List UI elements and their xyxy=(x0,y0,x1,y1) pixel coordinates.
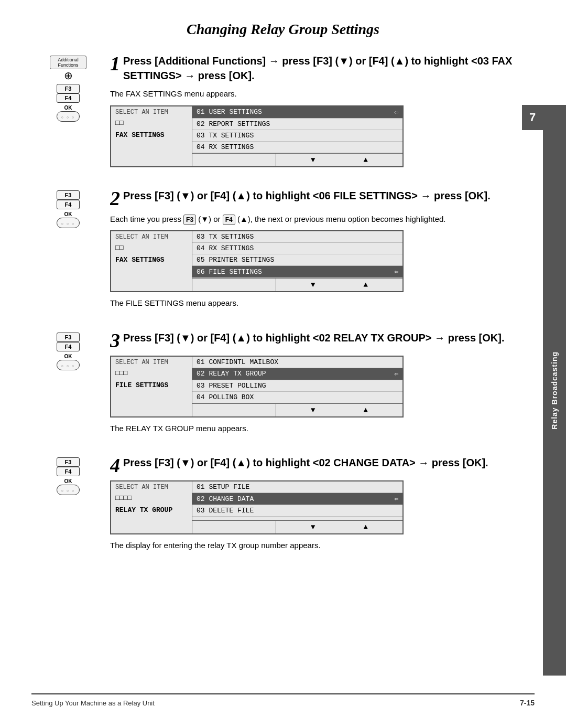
lcd-4-left: SELECT AN ITEM □□□□ RELAY TX GROUP xyxy=(111,481,192,533)
lcd-2-bottom-label: FAX SETTINGS xyxy=(111,254,192,266)
f4-ref-s2: F4 xyxy=(223,215,235,225)
step-number-3: 3 xyxy=(110,330,120,350)
lcd-3-top: SELECT AN ITEM xyxy=(111,357,192,367)
ok-button-s4: ○ ○ ○ xyxy=(57,485,80,495)
lcd-3-icon: □□□ xyxy=(111,367,192,379)
lcd-1-up-arrow: ▲ xyxy=(364,156,368,164)
lcd-4-bottom-label: RELAY TX GROUP xyxy=(111,504,192,516)
lcd-1-icon: □□ xyxy=(111,117,192,129)
step-4-content: 4 Press [F3] (▼) or [F4] (▲) to highligh… xyxy=(105,455,535,557)
bottom-bar: Setting Up Your Machine as a Relay Unit … xyxy=(31,693,535,707)
lcd-4-down-arrow: ▼ xyxy=(311,523,315,531)
f4-button-s2: F4 xyxy=(57,200,80,209)
lcd-1-footer: ▼ ▲ xyxy=(192,153,402,166)
lcd-3-down-arrow: ▼ xyxy=(311,406,315,414)
lcd-2-right: 03 TX SETTINGS 04 RX SETTINGS 05 PRINTER… xyxy=(192,231,402,291)
f4-button-s1: F4 xyxy=(57,93,80,103)
step-1-content: 1 Press [Additional Functions] → press [… xyxy=(105,53,535,173)
ok-dots-s1: ○ ○ ○ xyxy=(61,115,75,119)
lcd-4-footer: ▼ ▲ xyxy=(192,520,402,533)
lcd-3-right: 01 CONFIDNTL MAILBOX 02 RELAY TX GROUP ⇦… xyxy=(192,357,402,416)
step-3-content: 3 Press [F3] (▼) or [F4] (▲) to highligh… xyxy=(105,330,535,440)
lcd-4-top: SELECT AN ITEM xyxy=(111,481,192,492)
lcd-3-left: SELECT AN ITEM □□□ FILE SETTINGS xyxy=(111,357,192,416)
step-2-after: The FILE SETTINGS menu appears. xyxy=(110,297,535,309)
lcd-row-4-1: 02 CHANGE DATA ⇦ xyxy=(192,493,402,505)
step-1-desc: The FAX SETTINGS menu appears. xyxy=(110,88,535,100)
lcd-2-footer-left xyxy=(192,279,276,291)
lcd-4-footer-left xyxy=(192,521,276,533)
lcd-row-1-1: 02 REPORT SETTINGS xyxy=(192,119,402,130)
lcd-3-bottom-label: FILE SETTINGS xyxy=(111,379,192,391)
page: Changing Relay Group Settings Additional… xyxy=(0,0,566,728)
step-4-section: F3 F4 OK ○ ○ ○ 4 Press [F3] (▼) or [F4] … xyxy=(31,455,535,557)
lcd-3-footer-right: ▼ ▲ xyxy=(276,404,402,416)
step-4-after: The display for entering the relay TX gr… xyxy=(110,540,535,552)
lcd-2-left: SELECT AN ITEM □□ FAX SETTINGS xyxy=(111,231,192,291)
step-2-lcd: SELECT AN ITEM □□ FAX SETTINGS 03 TX SET… xyxy=(110,230,404,292)
step-2-desc: Each time you press F3 (▼) or F4 (▲), th… xyxy=(110,213,535,226)
ok-dots-s4: ○ ○ ○ xyxy=(61,489,75,493)
f3-button-s1: F3 xyxy=(57,84,80,93)
step-1-section: AdditionalFunctions ⊕ F3 F4 OK ○ ○ ○ 1 P… xyxy=(31,53,535,173)
lcd-row-3-0: 01 CONFIDNTL MAILBOX xyxy=(192,357,402,368)
sidebar-label: Relay Broadcasting xyxy=(550,351,559,430)
lcd-row-3-3: 04 POLLING BOX xyxy=(192,392,402,403)
lcd-2-footer-right: ▼ ▲ xyxy=(276,279,402,291)
step-1-heading: 1 Press [Additional Functions] → press [… xyxy=(110,53,535,83)
lcd-row-2-2: 05 PRINTER SETTINGS xyxy=(192,254,402,266)
lcd-1-top: SELECT AN ITEM xyxy=(111,106,192,117)
lcd-3-footer-left xyxy=(192,404,276,416)
lcd-2-icon: □□ xyxy=(111,242,192,254)
f3-button-s2: F3 xyxy=(57,190,80,200)
ok-label-s1: OK xyxy=(57,105,80,111)
f3-ref-s2: F3 xyxy=(183,215,196,225)
lcd-row-3-1: 02 RELAY TX GROUP ⇦ xyxy=(192,368,402,380)
page-title: Changing Relay Group Settings xyxy=(31,21,535,38)
f4-button-s3: F4 xyxy=(57,342,80,351)
lcd-row-4-2: 03 DELETE FILE xyxy=(192,505,402,517)
lcd-1-down-arrow: ▼ xyxy=(311,156,315,164)
ok-label-s2: OK xyxy=(57,211,80,217)
step-3-after: The RELAY TX GROUP menu appears. xyxy=(110,423,535,435)
lcd-1-left: SELECT AN ITEM □□ FAX SETTINGS xyxy=(111,106,192,166)
step-4-lcd: SELECT AN ITEM □□□□ RELAY TX GROUP 01 SE… xyxy=(110,480,404,534)
step-4-heading: 4 Press [F3] (▼) or [F4] (▲) to highligh… xyxy=(110,455,535,475)
lcd-4-up-arrow: ▲ xyxy=(364,523,368,531)
lcd-2-footer: ▼ ▲ xyxy=(192,278,402,291)
step-1-lcd: SELECT AN ITEM □□ FAX SETTINGS 01 USER S… xyxy=(110,105,404,167)
lcd-1-bottom-label: FAX SETTINGS xyxy=(111,129,192,141)
additional-functions-label: AdditionalFunctions xyxy=(50,56,86,69)
f4-button-s4: F4 xyxy=(57,467,80,476)
ok-label-s3: OK xyxy=(57,354,80,359)
lcd-row-4-3 xyxy=(192,517,402,520)
bottom-page-number: 7-15 xyxy=(520,699,535,707)
lcd-3-footer: ▼ ▲ xyxy=(192,403,402,416)
lcd-4-footer-right: ▼ ▲ xyxy=(276,521,402,533)
step-2-buttons: F3 F4 OK ○ ○ ○ xyxy=(31,188,105,315)
right-sidebar: Relay Broadcasting xyxy=(543,105,566,676)
ok-dots-s2: ○ ○ ○ xyxy=(61,222,75,226)
step-4-buttons: F3 F4 OK ○ ○ ○ xyxy=(31,455,105,557)
step-2-heading: 2 Press [F3] (▼) or [F4] (▲) to highligh… xyxy=(110,188,535,208)
ok-button-s1: ○ ○ ○ xyxy=(57,111,80,122)
step-1-buttons: AdditionalFunctions ⊕ F3 F4 OK ○ ○ ○ xyxy=(31,53,105,173)
lcd-2-up-arrow: ▲ xyxy=(364,281,368,289)
lcd-row-1-2: 03 TX SETTINGS xyxy=(192,130,402,142)
step-3-heading: 3 Press [F3] (▼) or [F4] (▲) to highligh… xyxy=(110,330,535,350)
ok-dots-s3: ○ ○ ○ xyxy=(61,364,75,368)
lcd-row-2-3: 06 FILE SETTINGS ⇦ xyxy=(192,266,402,278)
lcd-2-down-arrow: ▼ xyxy=(311,281,315,289)
ok-button-s3: ○ ○ ○ xyxy=(57,360,80,370)
additional-functions-icon: ⊕ xyxy=(64,70,73,81)
lcd-1-footer-right: ▼ ▲ xyxy=(276,154,402,166)
step-number-4: 4 xyxy=(110,455,120,475)
lcd-4-icon: □□□□ xyxy=(111,492,192,504)
step-number-2: 2 xyxy=(110,188,120,208)
step-2-section: F3 F4 OK ○ ○ ○ 2 Press [F3] (▼) or [F4] … xyxy=(31,188,535,315)
lcd-2-top: SELECT AN ITEM xyxy=(111,231,192,242)
step-number-1: 1 xyxy=(110,53,120,73)
lcd-3-up-arrow: ▲ xyxy=(364,406,368,414)
section-number: 7 xyxy=(522,105,543,130)
lcd-1-right: 01 USER SETTINGS ⇦ 02 REPORT SETTINGS 03… xyxy=(192,106,402,166)
